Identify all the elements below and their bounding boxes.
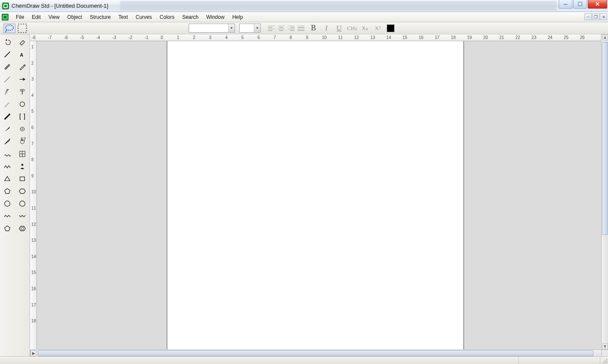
canvas-viewport[interactable] xyxy=(37,41,601,349)
benzene-icon[interactable] xyxy=(15,222,30,235)
ruler-v-tick: 2 xyxy=(31,61,34,66)
menu-help[interactable]: Help xyxy=(229,13,247,21)
hashed-bond-icon[interactable] xyxy=(0,98,15,110)
svg-line-18 xyxy=(6,105,7,105)
multiple-bond-icon[interactable] xyxy=(0,60,15,73)
pentagon2-icon[interactable] xyxy=(0,222,15,235)
mdi-minimize-button[interactable]: ─ xyxy=(584,13,592,20)
mdi-close-button[interactable]: ✕ xyxy=(600,13,607,20)
ruler-h-tick: 17 xyxy=(435,35,439,40)
scroll-up-arrow-icon[interactable]: ▲ xyxy=(602,34,608,40)
dashed-bond-icon[interactable] xyxy=(0,73,15,85)
triangle-icon[interactable] xyxy=(0,172,15,185)
window-title: ChemDraw Std - [Untitled Document-1] xyxy=(12,3,108,9)
formula-button[interactable]: CH₂ xyxy=(347,24,357,33)
subscript-button[interactable]: X₂ xyxy=(360,24,370,33)
ruler-h-tick: 9 xyxy=(306,35,308,40)
table-icon[interactable] xyxy=(15,147,30,160)
scroll-thumb[interactable] xyxy=(602,42,608,235)
menu-search[interactable]: Search xyxy=(178,13,202,21)
chair1-icon[interactable] xyxy=(0,210,15,222)
menu-file[interactable]: File xyxy=(12,13,28,21)
menu-window[interactable]: Window xyxy=(202,13,229,21)
undo-icon[interactable] xyxy=(0,36,15,48)
menu-edit[interactable]: Edit xyxy=(28,13,45,21)
chem-symbol-icon[interactable] xyxy=(15,85,30,98)
brackets-icon[interactable] xyxy=(15,110,30,123)
ruler-h-tick: 10 xyxy=(322,35,327,40)
ruler-v-tick: 3 xyxy=(31,77,34,81)
menu-text[interactable]: Text xyxy=(114,13,132,21)
close-button[interactable]: ✕ xyxy=(588,0,607,9)
maximize-button[interactable]: ☐ xyxy=(573,0,587,9)
lasso-tool[interactable] xyxy=(3,24,15,33)
scroll-thumb[interactable] xyxy=(38,350,593,356)
ruler-h-tick: 21 xyxy=(499,35,504,40)
vertical-scrollbar[interactable]: ▲ ▼ xyxy=(601,34,608,349)
pen-icon[interactable] xyxy=(15,60,30,73)
ruler-h-tick: 0 xyxy=(161,35,163,40)
chevron-down-icon: ▼ xyxy=(254,24,260,32)
minimize-button[interactable]: ─ xyxy=(559,0,572,9)
hashed-wedge-icon[interactable] xyxy=(0,85,15,98)
italic-button[interactable]: I xyxy=(321,24,331,33)
eraser-icon[interactable] xyxy=(15,36,30,48)
align-justify-button[interactable] xyxy=(296,24,306,33)
hollow-wedge-icon[interactable] xyxy=(0,135,15,147)
bold-button[interactable]: B xyxy=(308,24,319,33)
rectangle-icon[interactable] xyxy=(15,172,30,185)
font-selector[interactable]: ▼ xyxy=(189,24,235,33)
align-center-button[interactable] xyxy=(277,24,286,33)
hexagon-icon[interactable] xyxy=(15,185,30,197)
menu-object[interactable]: Object xyxy=(63,13,86,21)
acyclic-chain-icon[interactable] xyxy=(0,160,15,172)
heptagon-icon[interactable] xyxy=(0,197,15,210)
ruler-h-tick: 16 xyxy=(418,35,423,40)
document-icon[interactable] xyxy=(2,14,9,21)
text-icon[interactable]: A xyxy=(15,48,30,60)
svg-line-23 xyxy=(5,114,10,119)
templates-icon[interactable]: 670 xyxy=(15,135,30,147)
ruler-h-tick: 18 xyxy=(451,35,456,40)
arrow-icon[interactable] xyxy=(15,73,30,85)
tool-palette: A670 xyxy=(0,34,30,356)
document-page[interactable] xyxy=(167,41,464,349)
menu-colors[interactable]: Colors xyxy=(156,13,178,21)
text-color-swatch[interactable] xyxy=(387,25,394,32)
wedge-bond-icon[interactable] xyxy=(0,123,15,135)
svg-line-17 xyxy=(6,105,6,106)
octagon-icon[interactable] xyxy=(15,197,30,210)
underline-button[interactable]: U xyxy=(334,24,344,33)
chair2-icon[interactable] xyxy=(15,210,30,222)
query-atom-icon[interactable] xyxy=(15,123,30,135)
ruler-h-tick: 12 xyxy=(354,35,359,40)
ruler-v-tick: 14 xyxy=(31,254,36,259)
superscript-button[interactable]: X² xyxy=(373,24,383,33)
font-size-selector[interactable]: ▼ xyxy=(239,24,261,33)
align-left-button[interactable] xyxy=(267,24,276,33)
scroll-down-arrow-icon[interactable]: ▼ xyxy=(602,343,608,349)
pentagon-icon[interactable] xyxy=(0,185,15,197)
menu-view[interactable]: View xyxy=(45,13,63,21)
ruler-h-tick: 2 xyxy=(193,35,196,40)
solid-bond-icon[interactable] xyxy=(0,48,15,60)
ruler-v-tick: 13 xyxy=(31,238,36,243)
menu-curves[interactable]: Curves xyxy=(132,13,156,21)
horizontal-scrollbar[interactable]: ◀ ▶ xyxy=(30,349,601,356)
svg-rect-1 xyxy=(18,24,27,33)
svg-rect-36 xyxy=(606,359,607,360)
resize-grip-icon[interactable] xyxy=(600,357,608,364)
wavy-bond-icon[interactable] xyxy=(0,147,15,160)
person-icon[interactable] xyxy=(15,160,30,172)
align-right-button[interactable] xyxy=(286,24,296,33)
marquee-tool[interactable] xyxy=(16,24,28,33)
scroll-right-arrow-icon[interactable]: ▶ xyxy=(30,350,36,356)
mdi-restore-button[interactable]: ❐ xyxy=(592,13,599,20)
ruler-v-tick: 1 xyxy=(31,45,34,49)
status-bar xyxy=(0,356,608,364)
ruler-h-tick: -3 xyxy=(112,35,116,40)
menu-structure[interactable]: Structure xyxy=(86,13,115,21)
orbital-icon[interactable] xyxy=(15,98,30,110)
svg-line-21 xyxy=(9,102,9,103)
bold-bond-icon[interactable] xyxy=(0,110,15,123)
